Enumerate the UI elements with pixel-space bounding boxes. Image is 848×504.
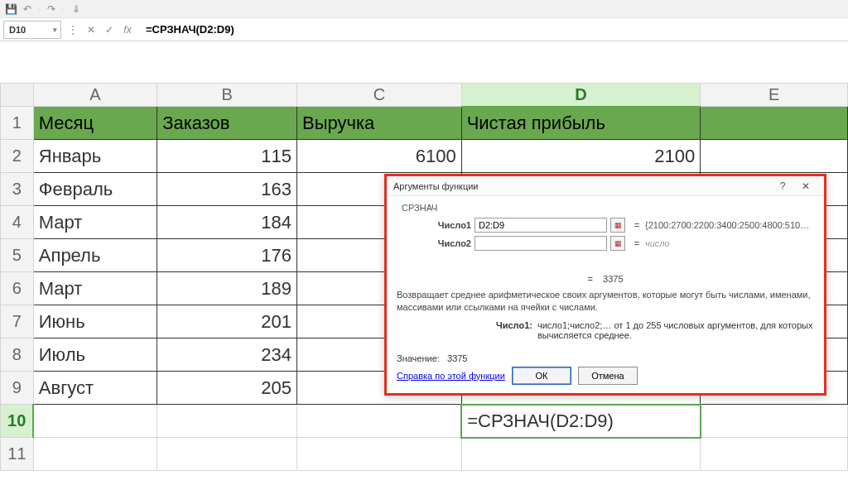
- function-help-link[interactable]: Справка по этой функции: [397, 371, 505, 381]
- row-header-6[interactable]: 6: [1, 272, 34, 305]
- cell[interactable]: [33, 405, 157, 438]
- row-header-4[interactable]: 4: [1, 206, 34, 239]
- cell[interactable]: 205: [157, 372, 297, 405]
- formula-bar: D10 ⋮ ✕ ✓ fx: [0, 18, 848, 41]
- column-header-d[interactable]: D: [461, 84, 701, 107]
- dialog-titlebar[interactable]: Аргументы функции ? ✕: [387, 176, 824, 196]
- cell[interactable]: [461, 438, 701, 471]
- cell[interactable]: Заказов: [157, 107, 297, 140]
- undo-icon[interactable]: ↶: [22, 3, 33, 15]
- arg2-preview: число: [645, 238, 814, 248]
- column-header-b[interactable]: B: [157, 84, 297, 107]
- function-name: СРЗНАЧ: [397, 203, 814, 213]
- column-header-a[interactable]: A: [33, 84, 157, 107]
- cell[interactable]: Март: [33, 272, 157, 305]
- row-header-11[interactable]: 11: [1, 438, 34, 471]
- row-header-8[interactable]: 8: [1, 338, 34, 372]
- cell[interactable]: Выручка: [297, 107, 462, 140]
- range-picker-icon[interactable]: ▦: [610, 236, 625, 251]
- row-header-7[interactable]: 7: [1, 305, 34, 338]
- equals-sign: =: [632, 220, 642, 230]
- equals-sign: =: [632, 238, 642, 248]
- cell[interactable]: Июль: [33, 338, 157, 372]
- cell[interactable]: [701, 107, 848, 140]
- argument-row-2: Число2 ▦ = число: [397, 236, 814, 251]
- row-header-5[interactable]: 5: [1, 239, 34, 272]
- arg1-label: Число1: [397, 220, 471, 230]
- active-cell[interactable]: =СРЗНАЧ(D2:D9): [461, 405, 701, 438]
- cell[interactable]: 184: [157, 206, 297, 239]
- function-arguments-dialog: Аргументы функции ? ✕ СРЗНАЧ Число1 ▦ = …: [384, 174, 826, 396]
- dialog-title: Аргументы функции: [393, 181, 771, 191]
- cell[interactable]: Чистая прибыль: [461, 107, 701, 140]
- cell[interactable]: 189: [157, 272, 297, 305]
- arg1-input[interactable]: [475, 218, 607, 233]
- cell[interactable]: Февраль: [33, 173, 157, 206]
- accept-icon[interactable]: ✓: [103, 24, 116, 36]
- arg-detail-text: число1;число2;… от 1 до 255 числовых арг…: [537, 320, 814, 340]
- cell[interactable]: Март: [33, 206, 157, 239]
- result-value: 3375: [603, 274, 623, 284]
- range-picker-icon[interactable]: ▦: [610, 218, 625, 233]
- value-number: 3375: [447, 353, 467, 363]
- formula-input[interactable]: [139, 22, 388, 37]
- name-box[interactable]: D10: [3, 21, 61, 39]
- help-button[interactable]: ?: [771, 180, 794, 192]
- cancel-icon[interactable]: ✕: [84, 24, 98, 36]
- arg2-input[interactable]: [475, 236, 607, 251]
- qat-sep: ·: [38, 3, 41, 15]
- name-box-value: D10: [9, 25, 26, 35]
- cell[interactable]: 201: [157, 305, 297, 338]
- arg1-preview: {2100:2700:2200:3400:2500:4800:510…: [645, 220, 814, 230]
- cell[interactable]: [157, 405, 297, 438]
- arg2-label: Число2: [397, 238, 471, 248]
- row-header-1[interactable]: 1: [1, 107, 34, 140]
- cell[interactable]: Месяц: [33, 107, 157, 140]
- quick-access-toolbar: 💾 ↶ · ↷ · ⇓: [0, 0, 848, 18]
- fx-icon[interactable]: fx: [121, 24, 134, 36]
- argument-row-1: Число1 ▦ = {2100:2700:2200:3400:2500:480…: [397, 218, 814, 233]
- close-button[interactable]: ✕: [794, 180, 817, 192]
- ok-button[interactable]: ОК: [512, 367, 571, 385]
- argument-description: Число1: число1;число2;… от 1 до 255 числ…: [397, 320, 814, 340]
- cell[interactable]: Июнь: [33, 305, 157, 338]
- row-header-10[interactable]: 10: [1, 405, 34, 438]
- row-header-2[interactable]: 2: [1, 140, 34, 173]
- cell[interactable]: [701, 140, 848, 173]
- cell[interactable]: 163: [157, 173, 297, 206]
- arg-detail-label: Число1:: [496, 320, 532, 340]
- qat-sep2: ·: [62, 3, 65, 15]
- save-icon[interactable]: 💾: [5, 3, 17, 15]
- cell[interactable]: Апрель: [33, 239, 157, 272]
- result-line: = 3375: [397, 274, 814, 284]
- function-description: Возвращает среднее арифметическое своих …: [397, 289, 814, 314]
- cell[interactable]: [701, 438, 848, 471]
- cell[interactable]: 115: [157, 140, 297, 173]
- value-label: Значение:: [397, 353, 440, 363]
- cell[interactable]: [297, 438, 462, 471]
- cell[interactable]: Август: [33, 372, 157, 405]
- cell[interactable]: [701, 405, 848, 438]
- column-header-c[interactable]: C: [297, 84, 462, 107]
- row-header-3[interactable]: 3: [1, 173, 34, 206]
- result-eq: =: [587, 274, 592, 284]
- cell[interactable]: 2100: [461, 140, 701, 173]
- redo-icon[interactable]: ↷: [46, 3, 57, 15]
- select-icon[interactable]: ⋮: [66, 24, 80, 36]
- cell[interactable]: [157, 438, 297, 471]
- dialog-value-line: Значение: 3375: [387, 348, 824, 363]
- cell[interactable]: [297, 405, 462, 438]
- formula-bar-controls: ⋮ ✕ ✓ fx: [66, 24, 134, 36]
- cell[interactable]: Январь: [33, 140, 157, 173]
- cell[interactable]: [33, 438, 157, 471]
- column-header-e[interactable]: E: [701, 84, 848, 107]
- select-all-corner[interactable]: [1, 84, 34, 107]
- row-header-9[interactable]: 9: [1, 372, 34, 405]
- cell[interactable]: 234: [157, 338, 297, 372]
- cell[interactable]: 6100: [297, 140, 462, 173]
- customize-qat-icon[interactable]: ⇓: [70, 3, 82, 15]
- cell[interactable]: 176: [157, 239, 297, 272]
- cancel-button[interactable]: Отмена: [578, 367, 638, 385]
